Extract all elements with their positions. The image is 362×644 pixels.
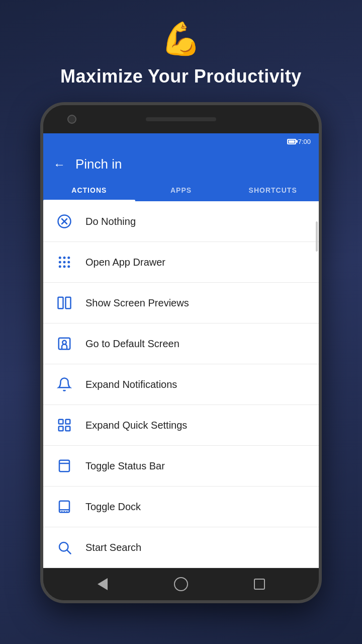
list-label-start-search: Start Search <box>85 542 141 553</box>
list-label-open-app-drawer: Open App Drawer <box>85 257 165 268</box>
svg-point-10 <box>63 265 66 268</box>
list-item-open-app-drawer[interactable]: Open App Drawer <box>43 242 319 283</box>
screen-inner: Do Nothing <box>43 201 319 568</box>
list-label-go-to-default-screen: Go to Default Screen <box>85 338 179 350</box>
battery-indicator: 7:00 <box>287 138 311 145</box>
emoji-icon: 💪 <box>161 20 201 58</box>
scrollbar-thumb <box>316 221 318 252</box>
phone-top-bar <box>43 105 319 133</box>
nav-home-icon <box>174 577 188 591</box>
phone-speaker <box>146 117 216 121</box>
svg-rect-17 <box>66 420 70 424</box>
list-label-toggle-dock: Toggle Dock <box>85 501 141 513</box>
svg-point-3 <box>59 257 61 259</box>
nav-back-button[interactable] <box>94 575 112 593</box>
battery-icon <box>287 139 296 144</box>
svg-point-26 <box>66 511 68 513</box>
phone-camera <box>67 115 76 124</box>
svg-point-15 <box>62 341 66 345</box>
list-item-toggle-status-bar[interactable]: Toggle Status Bar <box>43 446 319 487</box>
list-item-start-search[interactable]: Start Search <box>43 527 319 568</box>
svg-rect-13 <box>66 297 71 309</box>
list-item-toggle-dock[interactable]: Toggle Dock <box>43 487 319 527</box>
svg-point-24 <box>61 511 63 513</box>
search-icon <box>55 538 73 556</box>
x-circle-icon <box>55 212 73 230</box>
list-label-expand-quick-settings: Expand Quick Settings <box>85 420 187 431</box>
phone-screen: 7:00 ← Pinch in ACTIONS APPS SHORTCUTS <box>43 133 319 568</box>
svg-point-9 <box>59 265 61 268</box>
nav-recents-button[interactable] <box>250 575 268 593</box>
list-label-expand-notifications: Expand Notifications <box>85 379 177 390</box>
list-item-do-nothing[interactable]: Do Nothing <box>43 201 319 242</box>
svg-rect-19 <box>66 427 70 431</box>
clock-time: 7:00 <box>298 138 311 145</box>
tab-apps[interactable]: APPS <box>135 179 227 201</box>
app-bar: ← Pinch in <box>43 149 319 179</box>
list-label-show-screen-previews: Show Screen Previews <box>85 297 189 309</box>
svg-point-4 <box>63 257 66 259</box>
list-item-expand-quick-settings[interactable]: Expand Quick Settings <box>43 405 319 446</box>
svg-rect-16 <box>59 420 63 424</box>
quick-settings-icon <box>55 416 73 434</box>
svg-point-11 <box>67 265 70 268</box>
scrollbar-track <box>315 201 319 568</box>
tab-shortcuts[interactable]: SHORTCUTS <box>227 179 319 201</box>
home-screen-icon <box>55 335 73 353</box>
list-label-do-nothing: Do Nothing <box>85 216 136 227</box>
grid-icon <box>55 253 73 271</box>
svg-point-5 <box>67 257 70 259</box>
back-button[interactable]: ← <box>53 157 65 172</box>
bell-icon <box>55 375 73 393</box>
svg-rect-18 <box>59 427 63 431</box>
nav-back-icon <box>98 578 108 590</box>
svg-point-7 <box>63 261 66 264</box>
dock-icon <box>55 498 73 516</box>
list-item-go-to-default-screen[interactable]: Go to Default Screen <box>43 324 319 364</box>
status-bar: 7:00 <box>43 133 319 149</box>
phone-bottom-bar <box>43 568 319 600</box>
tab-actions[interactable]: ACTIONS <box>43 179 135 201</box>
svg-line-28 <box>67 550 71 554</box>
svg-point-8 <box>67 261 70 264</box>
app-bar-title: Pinch in <box>75 156 122 172</box>
svg-point-25 <box>64 511 65 513</box>
top-section: 💪 Maximize Your Productivity <box>60 0 302 102</box>
nav-home-button[interactable] <box>172 575 190 593</box>
phone-frame: 7:00 ← Pinch in ACTIONS APPS SHORTCUTS <box>40 102 322 603</box>
nav-recents-icon <box>254 579 265 590</box>
tab-bar: ACTIONS APPS SHORTCUTS <box>43 179 319 201</box>
status-bar-icon <box>55 457 73 475</box>
list-item-expand-notifications[interactable]: Expand Notifications <box>43 364 319 405</box>
svg-point-6 <box>59 261 61 264</box>
svg-rect-12 <box>58 297 63 309</box>
headline: Maximize Your Productivity <box>60 66 302 87</box>
columns-icon <box>55 294 73 312</box>
list-label-toggle-status-bar: Toggle Status Bar <box>85 460 165 472</box>
actions-list: Do Nothing <box>43 201 319 568</box>
svg-rect-20 <box>59 460 69 472</box>
svg-rect-22 <box>59 501 69 513</box>
list-item-show-screen-previews[interactable]: Show Screen Previews <box>43 283 319 324</box>
